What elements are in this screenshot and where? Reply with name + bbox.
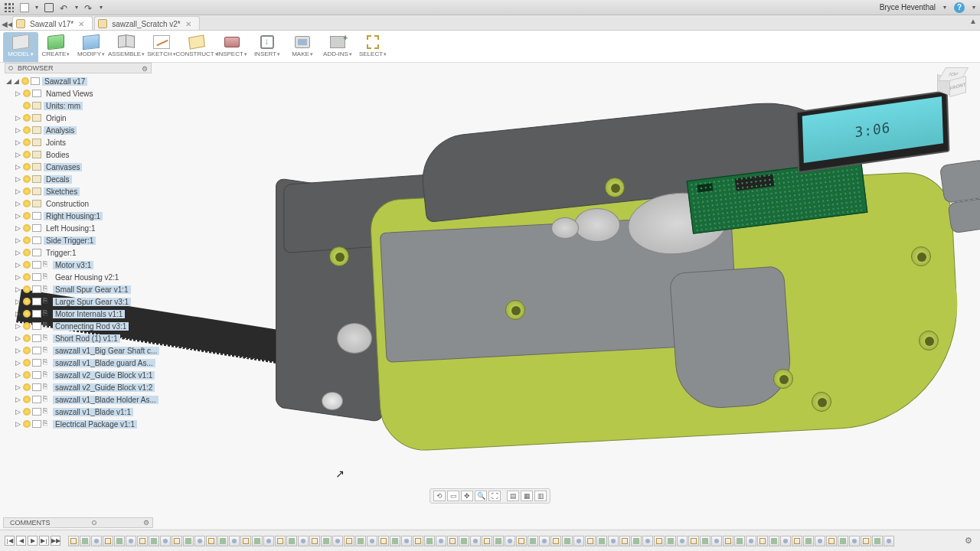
save-icon[interactable] <box>44 3 54 12</box>
expand-icon[interactable]: ▷ <box>14 347 21 354</box>
expand-icon[interactable]: ▷ <box>14 249 21 256</box>
visibility-icon[interactable] <box>23 224 31 232</box>
visibility-icon[interactable] <box>23 383 31 391</box>
timeline-feature[interactable] <box>252 536 263 546</box>
expand-icon[interactable]: ▷ <box>14 285 21 293</box>
timeline-feature[interactable] <box>401 536 412 546</box>
tree-item[interactable]: ▷Large Spur Gear v3:1 <box>5 295 165 308</box>
visibility-icon[interactable] <box>23 273 31 281</box>
tree-item[interactable]: ▷Analysis <box>5 124 165 136</box>
expand-icon[interactable]: ▷ <box>14 261 21 269</box>
display-style-icon[interactable]: ▤ <box>507 491 519 501</box>
tree-item[interactable]: ▷sawzall v1_Big Gear Shaft c... <box>5 344 165 357</box>
tree-item[interactable]: ▷Origin <box>5 112 165 124</box>
tree-item[interactable]: ▷Joints <box>5 136 165 148</box>
tree-item[interactable]: ▷sawzall v2_Guide Block v1:1 <box>5 369 165 381</box>
gear-icon[interactable]: ⚙ <box>142 65 148 73</box>
app-launcher-icon[interactable] <box>5 3 14 12</box>
visibility-icon[interactable] <box>23 322 31 330</box>
expand-icon[interactable]: ▷ <box>14 224 21 232</box>
timeline-feature[interactable] <box>367 536 377 546</box>
tree-item[interactable]: ▷Electrical Package v1:1 <box>5 418 165 430</box>
tree-item[interactable]: ▷Small Spur Gear v1:1 <box>5 283 165 295</box>
timeline-feature[interactable] <box>80 536 90 546</box>
visibility-icon[interactable] <box>23 396 31 403</box>
timeline-feature[interactable] <box>103 536 113 546</box>
tab-sawzall-scratch[interactable]: sawzall_Scratch v2* ✕ <box>94 16 199 30</box>
create-menu-button[interactable]: CREATE <box>38 32 74 62</box>
visibility-icon[interactable] <box>23 212 31 220</box>
expand-icon[interactable]: ▷ <box>14 396 21 403</box>
zoom-icon[interactable]: 🔍 <box>475 491 487 501</box>
visibility-icon[interactable] <box>23 371 31 379</box>
tree-root[interactable]: ◢ ◢ Sawzall v17 <box>5 75 165 87</box>
timeline-feature[interactable] <box>482 536 492 546</box>
timeline-feature[interactable] <box>849 536 860 546</box>
timeline-feature[interactable] <box>838 536 848 546</box>
tree-item[interactable]: ▷Trigger:1 <box>5 246 165 259</box>
timeline-feature[interactable] <box>792 536 802 546</box>
visibility-icon[interactable] <box>23 175 31 183</box>
tree-item[interactable]: ▷Bodies <box>5 148 165 161</box>
undo-dropdown[interactable]: ▾ <box>75 4 78 11</box>
timeline-feature[interactable] <box>677 536 688 546</box>
visibility-icon[interactable] <box>23 298 31 305</box>
timeline-feature[interactable] <box>608 536 619 546</box>
timeline-feature[interactable] <box>413 536 423 546</box>
expand-icon[interactable]: ▷ <box>14 359 21 367</box>
expand-icon[interactable]: ▷ <box>14 151 21 158</box>
timeline-feature[interactable] <box>160 536 171 546</box>
timeline-feature[interactable] <box>872 536 883 546</box>
visibility-icon[interactable] <box>23 334 31 342</box>
timeline-settings-icon[interactable]: ⚙ <box>965 536 975 546</box>
tree-item[interactable]: ▷Right Housing:1 <box>5 210 165 222</box>
addins-menu-button[interactable]: ADD-INS <box>320 32 355 62</box>
tree-item[interactable]: ▷Sketches <box>5 185 165 197</box>
tree-item[interactable]: ▷Side Trigger:1 <box>5 234 165 246</box>
expand-icon[interactable]: ▷ <box>14 420 21 428</box>
visibility-icon[interactable] <box>23 90 31 97</box>
new-file-dropdown[interactable]: ▾ <box>35 4 38 11</box>
visibility-icon[interactable] <box>23 151 31 158</box>
timeline-start-button[interactable]: |◀ <box>5 536 15 546</box>
timeline-feature[interactable] <box>734 536 745 546</box>
timeline-feature[interactable] <box>539 536 550 546</box>
tree-item[interactable]: ▷Canvases <box>5 161 165 173</box>
timeline-feature[interactable] <box>654 536 665 546</box>
timeline-feature[interactable] <box>355 536 366 546</box>
timeline-feature[interactable] <box>378 536 389 546</box>
expand-icon[interactable]: ▷ <box>14 90 21 97</box>
close-icon[interactable]: ✕ <box>78 20 84 28</box>
visibility-icon[interactable] <box>23 126 31 134</box>
timeline-feature[interactable] <box>665 536 676 546</box>
tree-item[interactable]: ▷sawzall v1_Blade v1:1 <box>5 406 165 418</box>
timeline-feature[interactable] <box>344 536 354 546</box>
browser-panel-header[interactable]: BROWSER ⚙ <box>5 63 152 73</box>
tree-item[interactable]: ▷Motor v3:1 <box>5 259 165 271</box>
visibility-icon[interactable] <box>23 359 31 367</box>
expand-toolbar-icon[interactable]: ▲ <box>969 17 977 25</box>
visibility-icon[interactable] <box>23 114 31 122</box>
tree-item[interactable]: ▷sawzall v1_Blade guard As... <box>5 357 165 369</box>
timeline-feature[interactable] <box>688 536 699 546</box>
workspace-model-button[interactable]: MODEL <box>3 32 38 62</box>
tree-item[interactable]: ▷sawzall v2_Guide Block v1:2 <box>5 381 165 393</box>
tab-sawzall-v17[interactable]: Sawzall v17* ✕ <box>12 16 93 30</box>
tree-item[interactable]: ▷Motor Internals v1:1 <box>5 308 165 320</box>
make-menu-button[interactable]: MAKE <box>285 32 320 62</box>
timeline-feature[interactable] <box>68 536 79 546</box>
insert-menu-button[interactable]: INSERT <box>250 32 285 62</box>
viewcube-front[interactable]: FRONT <box>949 76 966 97</box>
grid-settings-icon[interactable]: ▦ <box>521 491 533 501</box>
expand-icon[interactable]: ▷ <box>14 212 21 220</box>
timeline-feature[interactable] <box>631 536 642 546</box>
visibility-icon[interactable] <box>23 236 31 244</box>
timeline-prev-button[interactable]: ◀ <box>16 536 26 546</box>
construct-menu-button[interactable]: CONSTRUCT <box>179 32 214 62</box>
visibility-icon[interactable] <box>23 408 31 416</box>
timeline-play-button[interactable]: ▶ <box>28 536 38 546</box>
timeline-feature[interactable] <box>861 536 871 546</box>
visibility-icon[interactable] <box>23 310 31 318</box>
collapse-icon[interactable]: ◢ <box>12 77 20 85</box>
viewport-layout-icon[interactable]: ▥ <box>534 491 547 501</box>
